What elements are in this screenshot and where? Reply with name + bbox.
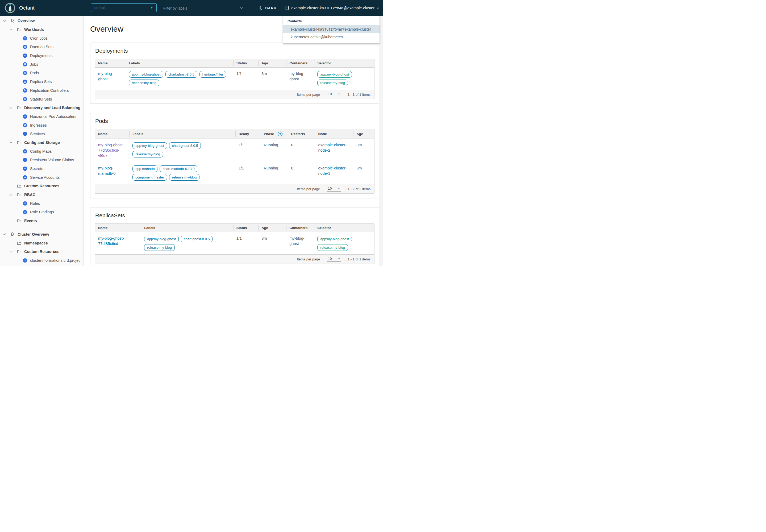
sidebar-item-custom-resources[interactable]: Custom Resources bbox=[0, 182, 84, 190]
labels-filter-input[interactable]: Filter by labels bbox=[163, 5, 243, 12]
selector-tag[interactable]: app:my-blog-ghost bbox=[317, 71, 352, 78]
sidebar-item-label: Ingresses bbox=[30, 123, 47, 127]
sidebar-item-label: Roles bbox=[30, 201, 40, 206]
column-header-age: Age bbox=[353, 129, 374, 139]
k8s-resource-icon: ✚ bbox=[23, 258, 27, 263]
sidebar-item-label: Persistent Volume Claims bbox=[30, 158, 74, 162]
sidebar-item-label: Service Accounts bbox=[30, 175, 60, 180]
sidebar-item-cluster-overview[interactable]: Cluster Overview bbox=[0, 230, 84, 239]
sidebar-item-custom-resources[interactable]: Custom Resources bbox=[0, 247, 84, 256]
column-header-name: Name bbox=[95, 129, 129, 139]
context-selector[interactable]: example-cluster-ka3TuTzYo4a@example-clus… bbox=[285, 0, 379, 16]
label-tag[interactable]: app:my-blog-ghost bbox=[132, 142, 167, 149]
selector-tag[interactable]: release:my-blog bbox=[317, 244, 348, 251]
sidebar-item-persistent-volume-claims[interactable]: ◒Persistent Volume Claims bbox=[0, 156, 84, 164]
filter-icon[interactable] bbox=[278, 131, 283, 136]
sidebar-item-clusterinformations-crd-projec[interactable]: ✚clusterinformations.crd.projec bbox=[0, 256, 84, 265]
resource-link[interactable]: my-blog-ghost bbox=[98, 72, 113, 81]
sidebar-item-service-accounts[interactable]: ♟Service Accounts bbox=[0, 173, 84, 182]
chevron-down-icon[interactable] bbox=[9, 106, 13, 110]
chevron-down-icon[interactable] bbox=[9, 193, 13, 197]
resource-link[interactable]: my-blog-ghost-77df85c6cd bbox=[98, 236, 124, 246]
sidebar-item-stateful-sets[interactable]: ▤Stateful Sets bbox=[0, 95, 84, 103]
resource-link[interactable]: my-blog-mariadb-0 bbox=[98, 166, 115, 176]
sidebar-item-csidrivers-csi-storage-k8s-io[interactable]: ✚csidrivers.csi.storage.k8s.io bbox=[0, 265, 84, 266]
resource-link[interactable]: my-blog-ghost-77df85c6cd-vf6dx bbox=[98, 143, 124, 158]
label-tag[interactable]: chart:ghost-8.0.5 bbox=[169, 142, 201, 149]
sidebar-item-config-and-storage[interactable]: Config and Storage bbox=[0, 138, 84, 147]
page-size-select[interactable]: 10 bbox=[327, 92, 341, 97]
sidebar-item-workloads[interactable]: Workloads bbox=[0, 25, 84, 34]
column-header-phase: Phase bbox=[261, 129, 288, 139]
k8s-resource-icon: ▤ bbox=[23, 97, 27, 102]
sidebar-item-config-maps[interactable]: ≡Config Maps bbox=[0, 147, 84, 156]
k8s-resource-icon: ◷ bbox=[23, 36, 27, 41]
applications-icon bbox=[10, 232, 15, 237]
sidebar-item-horizontal-pod-autoscalers[interactable]: ↔Horizontal Pod Autoscalers bbox=[0, 112, 84, 121]
page-size-select[interactable]: 10 bbox=[327, 186, 341, 192]
page-size-select[interactable]: 10 bbox=[327, 257, 341, 262]
age-cell: 3m bbox=[353, 139, 374, 162]
sidebar-item-discovery-and-load-balancing[interactable]: Discovery and Load Balancing bbox=[0, 103, 84, 112]
label-tag[interactable]: release:my-blog bbox=[169, 174, 200, 181]
sidebar-item-role-bindings[interactable]: ∞Role Bindings bbox=[0, 208, 84, 217]
theme-toggle[interactable]: ☾ DARK bbox=[259, 0, 277, 16]
chevron-down-icon bbox=[240, 7, 243, 9]
context-menu-item[interactable]: example-cluster-ka3TuTzYo4a@example-clus… bbox=[283, 25, 380, 33]
chevron-down-icon[interactable] bbox=[9, 250, 13, 254]
label-tag[interactable]: chart:ghost-8.0.5 bbox=[165, 71, 197, 78]
label-tag[interactable]: app:my-blog-ghost bbox=[129, 71, 164, 78]
caret-spacer bbox=[9, 184, 13, 188]
sidebar-item-pods[interactable]: ◉Pods bbox=[0, 69, 84, 77]
sidebar-item-replica-sets[interactable]: ▥Replica Sets bbox=[0, 77, 84, 86]
sidebar-item-jobs[interactable]: ▦Jobs bbox=[0, 60, 84, 69]
label-tag[interactable]: component:master bbox=[132, 174, 167, 181]
sidebar-item-services[interactable]: ∴Services bbox=[0, 130, 84, 138]
sidebar-item-overview[interactable]: Overview bbox=[0, 16, 84, 25]
sidebar-item-events[interactable]: Events bbox=[0, 217, 84, 225]
label-tag[interactable]: release:my-blog bbox=[144, 244, 175, 251]
chevron-down-icon[interactable] bbox=[2, 19, 6, 23]
node-link[interactable]: example-cluster-node-2 bbox=[318, 143, 347, 152]
chevron-down-icon[interactable] bbox=[9, 140, 13, 145]
status-cell: 1/1 bbox=[233, 232, 259, 254]
label-tag[interactable]: chart:mariadb-6.13.0 bbox=[160, 165, 197, 172]
sidebar-item-rbac[interactable]: RBAC bbox=[0, 190, 84, 199]
sidebar-item-namespaces[interactable]: Namespaces bbox=[0, 239, 84, 247]
selector-tag[interactable]: release:my-blog bbox=[317, 80, 348, 86]
sidebar-item-ingresses[interactable]: ⇄Ingresses bbox=[0, 121, 84, 130]
sidebar-item-cron-jobs[interactable]: ◷Cron Jobs bbox=[0, 34, 84, 43]
label-tag[interactable]: app:my-blog-ghost bbox=[144, 236, 179, 242]
node-link[interactable]: example-cluster-node-1 bbox=[318, 166, 347, 176]
k8s-resource-icon: ↻ bbox=[23, 88, 27, 93]
sidebar-item-replication-controllers[interactable]: ↻Replication Controllers bbox=[0, 86, 84, 95]
sidebar-item-label: Secrets bbox=[30, 167, 43, 171]
k8s-resource-icon: ▥ bbox=[23, 79, 27, 84]
label-tag[interactable]: heritage:Tiller bbox=[199, 71, 226, 78]
label-tag[interactable]: chart:ghost-8.0.5 bbox=[181, 236, 213, 242]
sidebar-item-secrets[interactable]: ∗Secrets bbox=[0, 164, 84, 173]
sidebar-item-label: Replication Controllers bbox=[30, 88, 69, 93]
card-title: Deployments bbox=[95, 48, 374, 54]
context-menu-item[interactable]: kubernetes-admin@kubernetes bbox=[283, 33, 380, 41]
namespace-select[interactable]: default ▼ bbox=[91, 3, 157, 12]
sidebar-item-deployments[interactable]: ↻Deployments bbox=[0, 51, 84, 60]
k8s-resource-icon: ◉ bbox=[23, 70, 27, 75]
folder-icon bbox=[17, 27, 22, 32]
vertical-scrollbar[interactable] bbox=[379, 16, 383, 266]
chevron-down-icon[interactable] bbox=[2, 232, 6, 236]
label-tag[interactable]: release:my-blog bbox=[132, 151, 163, 157]
pods-card: Pods Name Labels Ready Phase Restarts No… bbox=[90, 113, 379, 198]
sidebar-item-roles[interactable]: ◎Roles bbox=[0, 199, 84, 208]
selector-cell: app:my-blog-ghostrelease:my-blog bbox=[314, 68, 374, 90]
column-header-age: Age bbox=[258, 224, 286, 232]
label-tag[interactable]: release:my-blog bbox=[129, 80, 160, 86]
k8s-resource-icon: ▦ bbox=[23, 62, 27, 67]
sidebar-item-daemon-sets[interactable]: ▣Daemon Sets bbox=[0, 43, 84, 51]
labels-cell: app:my-blog-ghostchart:ghost-8.0.5herita… bbox=[126, 68, 233, 90]
chevron-down-icon[interactable] bbox=[9, 27, 13, 32]
selector-tag[interactable]: app:my-blog-ghost bbox=[317, 236, 352, 242]
table-footer: Items per page 10 1 - 1 of 1 items bbox=[95, 254, 374, 264]
label-tag[interactable]: app:mariadb bbox=[132, 165, 157, 172]
sidebar-item-label: RBAC bbox=[24, 193, 35, 197]
